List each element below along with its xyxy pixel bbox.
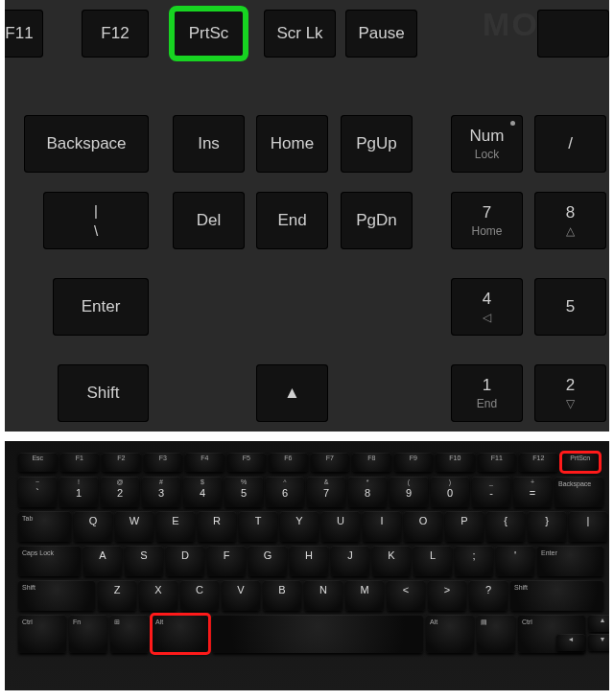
- lkey-d[interactable]: D: [166, 546, 204, 576]
- lkey-a[interactable]: A: [83, 546, 122, 576]
- lkey-o[interactable]: O: [404, 511, 442, 542]
- key-prtsc[interactable]: PrtSc: [173, 10, 245, 58]
- key-enter[interactable]: Enter: [53, 278, 149, 336]
- lkey-esc[interactable]: Esc: [18, 453, 58, 472]
- lkey-9[interactable]: (9: [390, 477, 428, 507]
- lkey--[interactable]: ': [496, 546, 534, 576]
- key-ins[interactable]: Ins: [173, 115, 245, 173]
- lkey-f3[interactable]: F3: [144, 453, 183, 472]
- lkey-m[interactable]: M: [345, 580, 384, 611]
- lkey-enter[interactable]: Enter: [537, 546, 603, 576]
- key-backspace[interactable]: Backspace: [24, 115, 149, 173]
- lkey-4[interactable]: $4: [183, 477, 222, 507]
- lkey--[interactable]: ▼: [588, 634, 609, 651]
- lkey-q[interactable]: Q: [74, 511, 112, 542]
- lkey-0[interactable]: )0: [431, 477, 469, 507]
- lkey-8[interactable]: *8: [348, 477, 387, 507]
- key-shift[interactable]: Shift: [58, 364, 149, 422]
- lkey-v[interactable]: V: [222, 580, 260, 611]
- key-end[interactable]: End: [256, 192, 328, 249]
- lkey-t[interactable]: T: [239, 511, 277, 542]
- lkey--[interactable]: [212, 615, 423, 653]
- lkey-c[interactable]: C: [180, 580, 219, 611]
- lkey-alt[interactable]: Alt: [426, 615, 474, 653]
- lkey-x[interactable]: X: [139, 580, 177, 611]
- key--[interactable]: |\: [43, 192, 149, 249]
- key-2[interactable]: 2▽: [534, 364, 606, 422]
- lkey-caps-lock[interactable]: Caps Lock: [18, 546, 81, 576]
- lkey-i[interactable]: I: [363, 511, 401, 542]
- lkey-f7[interactable]: F7: [311, 453, 350, 472]
- lkey-w[interactable]: W: [115, 511, 154, 542]
- key-num[interactable]: NumLock: [451, 115, 523, 173]
- lkey-b[interactable]: B: [263, 580, 301, 611]
- lkey-7[interactable]: &7: [307, 477, 345, 507]
- lkey-n[interactable]: N: [304, 580, 342, 611]
- lkey-f11[interactable]: F11: [478, 453, 517, 472]
- lkey-f8[interactable]: F8: [352, 453, 391, 472]
- lkey-r[interactable]: R: [198, 511, 236, 542]
- lkey--[interactable]: ▲: [588, 615, 609, 632]
- lkey-backspace[interactable]: Backspace: [555, 477, 603, 507]
- key-home[interactable]: Home: [256, 115, 328, 173]
- key-7[interactable]: 7Home: [451, 192, 523, 249]
- lkey-fn[interactable]: Fn: [69, 615, 107, 653]
- lkey--[interactable]: ⊞: [110, 615, 149, 653]
- lkey-p[interactable]: P: [445, 511, 484, 542]
- key-pgup[interactable]: PgUp: [341, 115, 413, 173]
- key-8[interactable]: 8△: [534, 192, 606, 249]
- key--[interactable]: ▲: [256, 364, 328, 422]
- key-4[interactable]: 4◁: [451, 278, 523, 336]
- lkey-5[interactable]: %5: [224, 477, 263, 507]
- lkey-3[interactable]: #3: [142, 477, 180, 507]
- lkey-6[interactable]: ^6: [266, 477, 304, 507]
- lkey--[interactable]: +=: [513, 477, 552, 507]
- lkey-f12[interactable]: F12: [519, 453, 558, 472]
- lkey-f4[interactable]: F4: [185, 453, 224, 472]
- lkey-f10[interactable]: F10: [436, 453, 475, 472]
- lkey--[interactable]: ~`: [18, 477, 57, 507]
- lkey-2[interactable]: @2: [101, 477, 139, 507]
- lkey--[interactable]: <: [387, 580, 425, 611]
- lkey--[interactable]: _-: [472, 477, 510, 507]
- lkey-shift[interactable]: Shift: [18, 580, 95, 611]
- key-scr-lk[interactable]: Scr Lk: [264, 10, 336, 58]
- lkey-shift[interactable]: Shift: [510, 580, 603, 611]
- lkey--[interactable]: {: [486, 511, 525, 542]
- lkey--[interactable]: >: [428, 580, 466, 611]
- lkey--[interactable]: }: [528, 511, 566, 542]
- lkey-ctrl[interactable]: Ctrl: [18, 615, 66, 653]
- lkey-f1[interactable]: F1: [60, 453, 100, 472]
- key-pgdn[interactable]: PgDn: [341, 192, 413, 249]
- lkey--[interactable]: ◄: [556, 634, 585, 651]
- lkey-s[interactable]: S: [125, 546, 163, 576]
- key-pause[interactable]: Pause: [345, 10, 417, 58]
- key-del[interactable]: Del: [173, 192, 245, 249]
- lkey-f2[interactable]: F2: [102, 453, 141, 472]
- key-5[interactable]: 5: [534, 278, 606, 336]
- lkey-j[interactable]: J: [331, 546, 369, 576]
- lkey--[interactable]: ;: [455, 546, 493, 576]
- lkey-alt[interactable]: Alt: [152, 615, 209, 653]
- lkey-g[interactable]: G: [248, 546, 287, 576]
- lkey-f6[interactable]: F6: [269, 453, 308, 472]
- lkey-l[interactable]: L: [413, 546, 452, 576]
- lkey-u[interactable]: U: [321, 511, 360, 542]
- lkey-k[interactable]: K: [372, 546, 411, 576]
- lkey-1[interactable]: !1: [59, 477, 98, 507]
- lkey-f9[interactable]: F9: [394, 453, 434, 472]
- lkey--[interactable]: ▤: [477, 615, 515, 653]
- lkey--[interactable]: |: [569, 511, 607, 542]
- key-blank[interactable]: [537, 10, 609, 58]
- lkey-y[interactable]: Y: [280, 511, 319, 542]
- key-f11[interactable]: F11: [5, 10, 43, 58]
- lkey-h[interactable]: H: [290, 546, 328, 576]
- key-1[interactable]: 1End: [451, 364, 523, 422]
- key-f12[interactable]: F12: [82, 10, 149, 58]
- lkey-z[interactable]: Z: [98, 580, 136, 611]
- lkey-f[interactable]: F: [207, 546, 246, 576]
- key--[interactable]: /: [534, 115, 606, 173]
- lkey--[interactable]: ?: [469, 580, 508, 611]
- lkey-tab[interactable]: Tab: [18, 511, 71, 542]
- lkey-prtscn[interactable]: PrtScn: [561, 453, 601, 472]
